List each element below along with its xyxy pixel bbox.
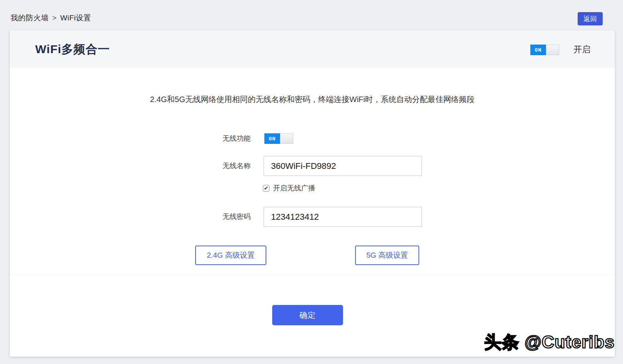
wireless-function-label: 无线功能 [10,133,251,144]
breadcrumb-separator: > [52,14,57,22]
advanced-5g-button[interactable]: 5G 高级设置 [355,246,419,265]
breadcrumb-parent[interactable]: 我的防火墙 [11,14,49,22]
feature-description: 2.4G和5G无线网络使用相同的无线名称和密码，终端连接WiFi时，系统自动分配… [10,94,615,105]
breadcrumb: 我的防火墙>WiFi设置 [11,13,91,23]
wireless-password-label: 无线密码 [10,207,251,227]
toggle-on-segment: ON [264,133,280,144]
toggle-on-segment: ON [530,45,546,55]
check-icon: ✔ [264,185,269,191]
master-toggle-state-label: 开启 [573,44,591,56]
breadcrumb-current: WiFi设置 [60,14,91,22]
toggle-handle [546,45,559,55]
wireless-name-label: 无线名称 [10,156,251,176]
wifi-settings-panel: WiFi多频合一 ON 开启 2.4G和5G无线网络使用相同的无线名称和密码，终… [10,30,615,357]
confirm-button[interactable]: 确定 [272,305,343,325]
page-title: WiFi多频合一 [35,41,110,57]
wireless-name-input[interactable] [264,156,422,176]
wireless-function-toggle[interactable]: ON [264,133,293,144]
toggle-handle [280,133,293,144]
watermark: 头条 @Cuteribs [484,331,615,354]
wifi-merge-toggle[interactable]: ON [530,45,559,55]
broadcast-checkbox-label: 开启无线广播 [273,183,315,193]
panel-header: WiFi多频合一 ON 开启 [10,30,615,68]
wireless-password-input[interactable] [264,207,422,227]
advanced-24g-button[interactable]: 2.4G 高级设置 [195,246,266,265]
back-button[interactable]: 返回 [578,12,603,25]
master-toggle-group: ON 开启 [530,44,591,56]
section-divider [10,275,615,275]
broadcast-checkbox-row[interactable]: ✔ 开启无线广播 [263,183,315,193]
broadcast-checkbox[interactable]: ✔ [263,185,269,192]
